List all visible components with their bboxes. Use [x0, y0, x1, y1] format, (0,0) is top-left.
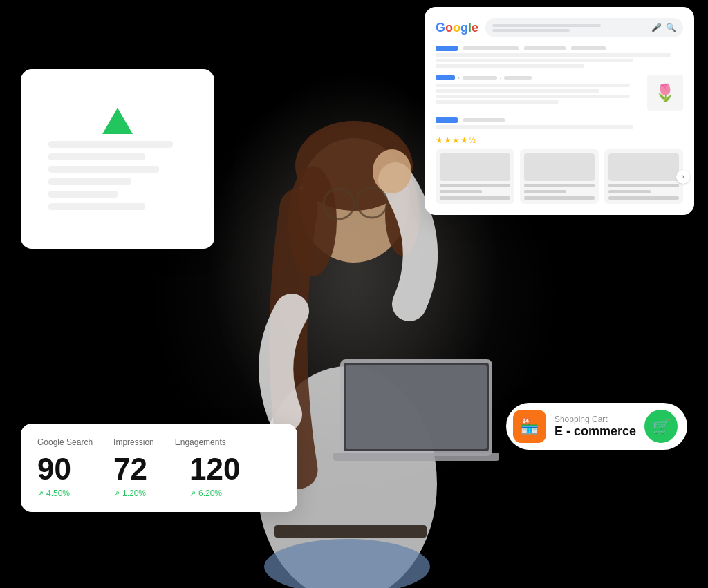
cart-text-block: Shopping Cart E - commerce — [555, 415, 636, 439]
store-icon: 🏪 — [513, 410, 546, 443]
analytics-labels: Google Search Impression Engagements — [37, 437, 281, 447]
value-google-search: 90 — [37, 454, 93, 484]
analytics-card: Google Search Impression Engagements 90 … — [21, 424, 297, 512]
shopping-card-2[interactable] — [520, 149, 599, 204]
shopping-cards: › — [436, 149, 683, 204]
cart-icon: 🛒 — [653, 418, 670, 435]
search-result-2: › › 🌷 — [436, 75, 683, 111]
search-icon: 🔍 — [666, 23, 676, 32]
analytics-trends: ↗ 4.50% ↗ 1.20% ↗ 6.20% — [37, 489, 281, 498]
store-emoji-icon: 🏪 — [520, 417, 539, 435]
shopping-card-1[interactable] — [436, 149, 514, 204]
cart-button[interactable]: 🛒 — [644, 410, 678, 443]
google-header: Google 🎤 🔍 — [436, 18, 683, 37]
label-engagements: Engagements — [175, 437, 226, 447]
trend-engagements: ↗ 6.20% — [189, 489, 245, 498]
google-search-bar[interactable]: 🎤 🔍 — [485, 18, 683, 37]
search-bar-icons: 🎤 🔍 — [651, 23, 676, 32]
triangle-icon — [102, 108, 133, 134]
trend-up-icon-1: ↗ — [37, 489, 44, 498]
seo-score-card — [21, 69, 214, 249]
microphone-icon: 🎤 — [651, 23, 662, 32]
cart-label: Shopping Cart — [555, 415, 636, 424]
star-rating: ★★★★½ — [436, 135, 683, 145]
search-result-1 — [436, 46, 683, 68]
shopping-card-3[interactable] — [604, 149, 683, 204]
google-logo: Google — [436, 21, 478, 35]
shopping-cart-badge[interactable]: 🏪 Shopping Cart E - commerce 🛒 — [506, 403, 687, 450]
value-impression: 72 — [113, 454, 169, 484]
trend-up-icon-2: ↗ — [113, 489, 120, 498]
value-engagements: 120 — [189, 454, 245, 484]
cart-title: E - commerce — [555, 424, 636, 439]
search-result-3 — [436, 117, 683, 129]
seo-content-lines — [48, 141, 187, 210]
result-product-image: 🌷 — [647, 75, 683, 111]
trend-impression: ↗ 1.20% — [113, 489, 169, 498]
trend-up-icon-3: ↗ — [189, 489, 196, 498]
google-search-card: Google 🎤 🔍 — [425, 7, 694, 215]
trend-google-search: ↗ 4.50% — [37, 489, 93, 498]
label-impression: Impression — [113, 437, 154, 447]
label-google-search: Google Search — [37, 437, 93, 447]
next-arrow-icon[interactable]: › — [676, 170, 690, 184]
analytics-numbers: 90 72 120 — [37, 454, 281, 484]
